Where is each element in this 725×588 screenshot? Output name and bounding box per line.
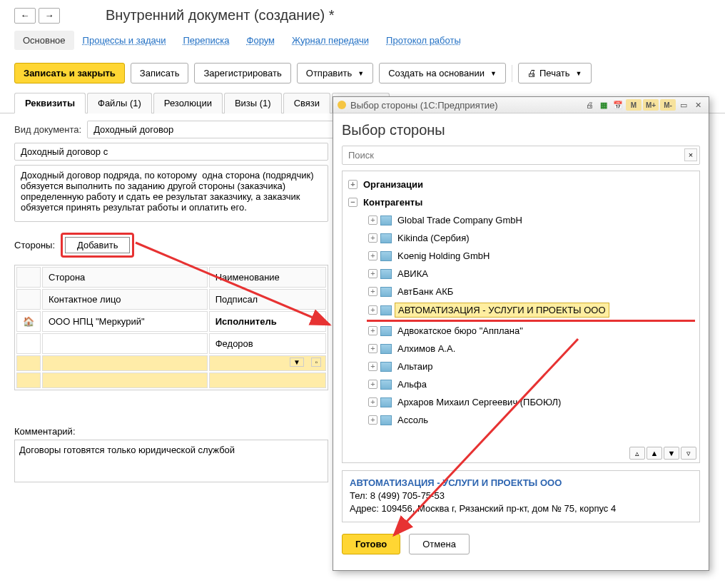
search-input[interactable]: [342, 146, 700, 165]
plus-icon[interactable]: +: [368, 380, 377, 389]
nav-link-forum[interactable]: Форум: [238, 31, 284, 50]
tree-item[interactable]: +Koenig Holding GmbH: [367, 247, 695, 265]
tree-item[interactable]: +Ассоль: [367, 411, 695, 429]
col-contact: Контактное лицо: [42, 289, 208, 310]
nav-link-correspondence[interactable]: Переписка: [175, 31, 238, 50]
tree-item[interactable]: +Архаров Михаил Сергеевич (ПБОЮЛ): [367, 393, 695, 411]
search-clear-button[interactable]: ×: [684, 148, 697, 161]
new-name-cell[interactable]: ▼▫: [209, 355, 326, 371]
tree-item[interactable]: +Kikinda (Сербия): [367, 229, 695, 247]
nav-link-journal[interactable]: Журнал передачи: [283, 31, 377, 50]
dialog-window-title: Выбор стороны (1С:Предприятие): [350, 100, 498, 111]
nav-link-protocol[interactable]: Протокол работы: [377, 31, 470, 50]
info-phone: Тел: 8 (499) 705-75-53: [350, 490, 692, 502]
done-button[interactable]: Готово: [342, 534, 400, 554]
print-preview-icon[interactable]: 🖨: [583, 99, 596, 111]
tree-item[interactable]: +Альтаир: [367, 358, 695, 375]
tab-links[interactable]: Связи: [283, 93, 330, 113]
save-button[interactable]: Записать: [131, 63, 189, 83]
new-contact-cell[interactable]: [42, 372, 208, 388]
save-close-button[interactable]: Записать и закрыть: [14, 63, 125, 83]
doc-desc-textarea[interactable]: Доходный договор подряда, по которому од…: [14, 165, 328, 222]
m-minus-button[interactable]: M-: [660, 99, 676, 111]
print-button[interactable]: Печать▼: [518, 63, 592, 83]
register-button[interactable]: Зарегистрировать: [194, 63, 290, 83]
tab-files[interactable]: Файлы (1): [87, 93, 152, 113]
name-value[interactable]: Исполнитель: [209, 311, 326, 332]
table-icon[interactable]: ▦: [597, 99, 610, 111]
minus-icon[interactable]: −: [348, 198, 358, 207]
plus-icon[interactable]: +: [368, 397, 377, 407]
tree-item-label: Global Trade Company GmbH: [395, 213, 525, 227]
nav-link-main[interactable]: Основное: [14, 31, 74, 50]
tab-resolutions[interactable]: Резолюции: [153, 93, 223, 113]
doc-type-label: Вид документа:: [14, 124, 81, 135]
plus-icon[interactable]: +: [368, 233, 377, 243]
plus-icon[interactable]: +: [368, 344, 377, 353]
calendar-icon[interactable]: 📅: [612, 99, 624, 111]
tree-item-label: Koenig Holding GmbH: [395, 249, 492, 263]
tree-item[interactable]: +Алхимов А.А.: [367, 340, 695, 358]
plus-icon[interactable]: +: [368, 362, 377, 371]
plus-icon[interactable]: +: [368, 305, 377, 315]
tree-item[interactable]: +Альфа: [367, 375, 695, 393]
signer-value[interactable]: Федоров: [209, 333, 326, 354]
send-button[interactable]: Отправить▼: [297, 63, 373, 83]
tree-list[interactable]: + Организации − Контрагенты +Global Trad…: [342, 171, 700, 463]
m-plus-button[interactable]: M+: [643, 99, 659, 111]
tree-item-label: Архаров Михаил Сергеевич (ПБОЮЛ): [395, 395, 564, 409]
tree-item[interactable]: +Global Trade Company GmbH: [367, 211, 695, 229]
col-name: Наименование: [209, 267, 326, 288]
tab-visas[interactable]: Визы (1): [224, 93, 282, 113]
building-icon: [380, 397, 392, 407]
m-button[interactable]: M: [626, 99, 642, 111]
building-icon: [380, 380, 392, 390]
contact-value[interactable]: [42, 333, 208, 354]
tab-details[interactable]: Реквизиты: [14, 93, 86, 113]
comment-textarea[interactable]: Договоры готовятся только юридической сл…: [14, 440, 328, 482]
doc-title-input[interactable]: [14, 143, 328, 161]
building-icon: [380, 305, 392, 315]
plus-icon[interactable]: +: [368, 415, 377, 425]
tree-item[interactable]: +АВТОМАТИЗАЦИЯ - УСЛУГИ И ПРОЕКТЫ ООО: [367, 300, 695, 322]
chevron-down-icon: ▼: [358, 70, 364, 77]
new-side-cell[interactable]: [42, 355, 208, 371]
nav-back-button[interactable]: ←: [14, 8, 36, 24]
tree-item[interactable]: +АВИКА: [367, 265, 695, 283]
col-signer: Подписал: [209, 289, 326, 310]
tree-item-label: Kikinda (Сербия): [395, 231, 472, 245]
nav-link-processes[interactable]: Процессы и задачи: [74, 31, 175, 50]
tree-item[interactable]: +Адвокатское бюро "Апплана": [367, 322, 695, 340]
tree-up-button[interactable]: ▲: [647, 447, 662, 460]
add-side-button[interactable]: Добавить: [65, 237, 130, 253]
info-address: Адрес: 109456, Москва г, Рязанский пр-кт…: [350, 502, 692, 515]
cancel-button[interactable]: Отмена: [409, 534, 470, 554]
arrow-left-icon: ←: [21, 10, 30, 21]
tree-down-button[interactable]: ▼: [664, 447, 679, 460]
tree-node-org[interactable]: + Организации: [347, 176, 695, 193]
info-title: АВТОМАТИЗАЦИЯ - УСЛУГИ И ПРОЕКТЫ ООО: [350, 477, 692, 490]
nav-forward-button[interactable]: →: [39, 8, 60, 24]
plus-icon[interactable]: +: [348, 180, 358, 189]
tree-item[interactable]: +АвтБанк АКБ: [367, 283, 695, 300]
new-signer-cell[interactable]: [209, 372, 326, 388]
building-icon: [380, 287, 392, 297]
plus-icon[interactable]: +: [368, 251, 377, 260]
sides-label: Стороны:: [14, 240, 55, 250]
minimize-icon[interactable]: ▭: [677, 99, 690, 111]
building-icon: [380, 326, 392, 336]
tree-bottom-button[interactable]: ▿: [681, 447, 696, 460]
nav-links: Основное Процессы и задачи Переписка Фор…: [0, 31, 725, 57]
create-based-button[interactable]: Создать на основании▼: [379, 63, 506, 83]
close-icon[interactable]: ✕: [691, 99, 704, 111]
building-icon: [380, 216, 392, 225]
plus-icon[interactable]: +: [368, 216, 377, 225]
dialog-titlebar: Выбор стороны (1С:Предприятие) 🖨 ▦ 📅 M M…: [333, 97, 709, 113]
plus-icon[interactable]: +: [368, 326, 377, 335]
plus-icon[interactable]: +: [368, 287, 377, 296]
side-value[interactable]: ООО НПЦ "Меркурий": [42, 311, 208, 332]
tree-node-contr[interactable]: − Контрагенты: [347, 193, 695, 211]
page-title: Внутренний документ (создание) *: [106, 7, 335, 24]
tree-top-button[interactable]: ▵: [629, 447, 645, 460]
plus-icon[interactable]: +: [368, 269, 377, 278]
